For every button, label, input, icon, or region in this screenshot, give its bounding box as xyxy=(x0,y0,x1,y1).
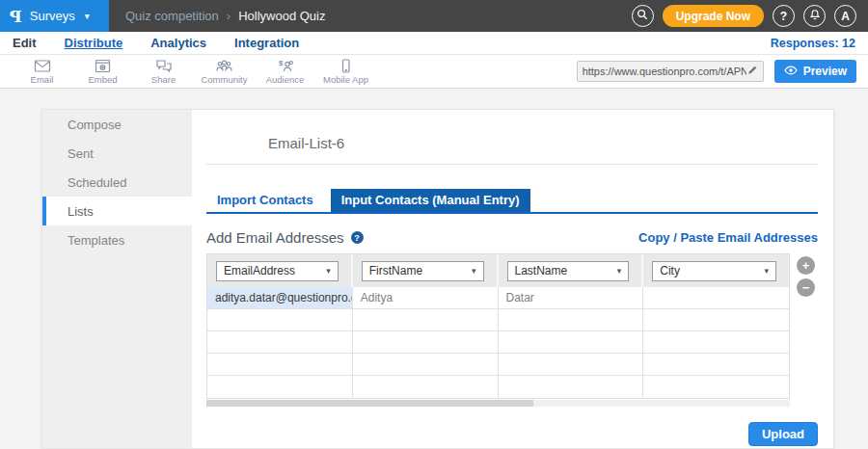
search-button[interactable] xyxy=(632,5,654,27)
email-icon xyxy=(34,59,51,73)
email-cell[interactable] xyxy=(207,376,353,398)
page-background: Compose Sent Scheduled Lists Templates E… xyxy=(0,89,868,449)
remove-row-button[interactable]: − xyxy=(797,278,815,297)
sidebar-item-compose[interactable]: Compose xyxy=(42,110,192,139)
product-menu-label: Surveys xyxy=(30,9,75,23)
help-icon[interactable]: ? xyxy=(351,231,364,244)
contacts-table-header: EmailAddress ▾ FirstName ▾ xyxy=(207,254,789,287)
firstname-column-select[interactable]: FirstName ▾ xyxy=(362,261,484,281)
preview-button[interactable]: Preview xyxy=(774,60,856,83)
contacts-table: EmailAddress ▾ FirstName ▾ xyxy=(206,253,790,399)
email-cell[interactable] xyxy=(207,331,353,354)
row-controls: + − xyxy=(797,253,818,407)
upgrade-now-button[interactable]: Upgrade Now xyxy=(663,5,764,27)
contact-row xyxy=(207,376,789,398)
city-cell[interactable] xyxy=(643,331,789,354)
contacts-table-zone: EmailAddress ▾ FirstName ▾ xyxy=(206,253,818,407)
bell-icon xyxy=(809,9,821,24)
survey-nav: Edit Distribute Analytics Integration Re… xyxy=(0,32,868,55)
emailaddress-column-select[interactable]: EmailAddress ▾ xyxy=(216,261,339,281)
header-cell-firstname: FirstName ▾ xyxy=(353,254,499,287)
topbar-actions: Upgrade Now ? A xyxy=(632,5,868,27)
firstname-cell[interactable] xyxy=(353,309,499,331)
chevron-down-icon: ▾ xyxy=(617,266,622,276)
lists-content: Email-List-6 Import Contacts Input Conta… xyxy=(192,110,834,448)
lastname-cell[interactable] xyxy=(499,331,644,354)
help-button[interactable]: ? xyxy=(773,5,795,27)
breadcrumb-current: Hollywood Quiz xyxy=(238,9,325,23)
breadcrumb-parent[interactable]: Quiz competition xyxy=(125,9,219,23)
scrollbar-thumb[interactable] xyxy=(206,400,533,407)
top-bar: P Surveys ▾ Quiz competition › Hollywood… xyxy=(0,0,868,32)
contact-row xyxy=(207,354,789,376)
survey-url-box xyxy=(577,61,764,82)
city-cell[interactable] xyxy=(643,309,789,331)
lastname-cell[interactable] xyxy=(499,309,644,331)
toolbar-item-community[interactable]: Community xyxy=(194,59,255,85)
contact-row xyxy=(207,309,789,331)
firstname-cell[interactable] xyxy=(353,331,499,354)
city-column-select[interactable]: City ▾ xyxy=(652,261,776,281)
sidebar-item-templates[interactable]: Templates xyxy=(42,225,192,254)
add-row-button[interactable]: + xyxy=(797,256,815,275)
nav-analytics[interactable]: Analytics xyxy=(150,36,206,50)
sidebar-item-scheduled[interactable]: Scheduled xyxy=(42,168,192,197)
tab-import-contacts[interactable]: Import Contacts xyxy=(206,189,324,212)
preview-label: Preview xyxy=(803,65,847,78)
tab-input-contacts-manual-entry[interactable]: Input Contacts (Manual Entry) xyxy=(331,189,530,212)
city-cell[interactable] xyxy=(643,354,789,376)
toolbar-right: Preview xyxy=(577,60,856,83)
nav-integration[interactable]: Integration xyxy=(234,36,299,50)
edit-url-pencil-icon[interactable] xyxy=(746,63,758,80)
product-switcher[interactable]: P Surveys ▾ xyxy=(0,0,109,32)
lastname-cell[interactable] xyxy=(499,376,644,398)
email-cell[interactable]: aditya.datar@questionpro.com xyxy=(207,287,353,309)
chevron-down-icon: ▾ xyxy=(326,266,331,276)
email-cell[interactable] xyxy=(207,309,353,331)
audience-icon: $ xyxy=(276,59,294,73)
firstname-cell[interactable] xyxy=(353,354,499,376)
email-cell[interactable] xyxy=(207,354,353,376)
lastname-cell[interactable] xyxy=(499,354,644,376)
contacts-tabs: Import Contacts Input Contacts (Manual E… xyxy=(206,189,818,214)
toolbar-item-audience[interactable]: $ Audience xyxy=(255,59,315,85)
upload-wrap: Upload xyxy=(748,422,818,446)
footer-actions: Upload xyxy=(206,422,818,446)
upload-button[interactable]: Upload xyxy=(748,422,818,446)
survey-url-input[interactable] xyxy=(583,66,746,77)
sidebar-item-lists[interactable]: Lists xyxy=(42,197,192,225)
question-mark-icon: ? xyxy=(780,10,787,23)
nav-edit[interactable]: Edit xyxy=(13,36,37,50)
toolbar-item-email[interactable]: Email xyxy=(12,59,72,85)
horizontal-scrollbar[interactable] xyxy=(206,400,790,407)
toolbar-item-embed[interactable]: Embed xyxy=(72,59,133,85)
firstname-cell[interactable] xyxy=(353,376,499,398)
responses-count[interactable]: Responses: 12 xyxy=(771,37,855,50)
firstname-cell[interactable]: Aditya xyxy=(353,287,499,309)
nav-distribute[interactable]: Distribute xyxy=(65,36,123,50)
copy-paste-email-addresses-link[interactable]: Copy / Paste Email Addresses xyxy=(638,230,818,245)
section-head: Add Email Addresses ? Copy / Paste Email… xyxy=(206,229,818,246)
city-cell[interactable] xyxy=(643,376,789,398)
lastname-cell[interactable]: Datar xyxy=(499,287,644,309)
share-icon xyxy=(155,59,173,73)
lastname-column-select[interactable]: LastName ▾ xyxy=(507,261,630,281)
chevron-down-icon: ▾ xyxy=(472,266,476,276)
header-cell-email: EmailAddress ▾ xyxy=(207,254,353,287)
community-icon xyxy=(215,59,233,73)
email-list-title: Email-List-6 xyxy=(268,135,818,151)
avatar[interactable]: A xyxy=(834,5,856,27)
toolbar-item-mobile-app[interactable]: Mobile App xyxy=(315,59,376,85)
notifications-button[interactable] xyxy=(803,5,826,27)
contact-row xyxy=(207,331,789,354)
questionpro-logo-icon: P xyxy=(10,7,22,26)
chevron-down-icon: ▾ xyxy=(85,11,90,21)
city-cell[interactable] xyxy=(643,287,789,309)
email-distribution-card: Compose Sent Scheduled Lists Templates E… xyxy=(41,109,834,449)
contact-row: aditya.datar@questionpro.com Aditya Data… xyxy=(207,287,789,309)
sidebar-item-sent[interactable]: Sent xyxy=(42,139,192,168)
toolbar-item-share[interactable]: Share xyxy=(133,59,194,85)
mobile-app-icon xyxy=(338,59,354,73)
embed-icon xyxy=(95,59,111,73)
breadcrumb-separator-icon: › xyxy=(227,9,231,23)
